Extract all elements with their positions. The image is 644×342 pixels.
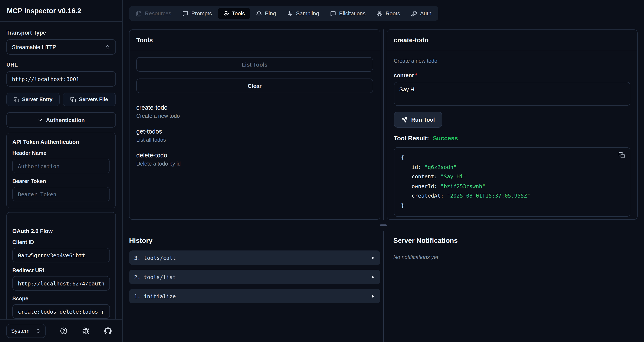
theme-select-value: System (11, 327, 30, 334)
app-window: MCP Inspector v0.16.2 Transport Type Str… (0, 0, 644, 342)
authentication-toggle[interactable]: Authentication (6, 112, 116, 128)
debug-button[interactable] (79, 324, 92, 337)
url-label: URL (6, 61, 116, 68)
chevron-down-icon (38, 117, 43, 123)
key-icon (411, 11, 417, 17)
main-area: Resources Prompts Tools Ping Sampling (123, 0, 644, 342)
app-title: MCP Inspector v0.16.2 (7, 7, 116, 15)
history-item-initialize[interactable]: 1. initialize (129, 289, 380, 303)
tab-sampling[interactable]: Sampling (282, 8, 324, 19)
json-open-brace: { (401, 153, 623, 162)
server-config-buttons: Server Entry Servers File (6, 93, 116, 106)
chevrons-up-down-icon (35, 328, 41, 333)
transport-type-select[interactable]: Streamable HTTP (6, 39, 116, 55)
json-line: ownerId: "bzif253zswnb" (401, 182, 623, 191)
bottom-panels: History 3. tools/call 2. tools/list (123, 231, 644, 342)
tool-detail-description: Create a new todo (394, 58, 630, 64)
header-name-input[interactable] (12, 159, 110, 173)
tab-roots[interactable]: Roots (372, 8, 405, 19)
help-circle-icon (60, 327, 67, 334)
tabbar-row: Resources Prompts Tools Ping Sampling (123, 0, 644, 21)
copy-result-button[interactable] (618, 152, 625, 158)
content-input[interactable]: Say Hi (394, 82, 630, 106)
tool-result-status: Success (433, 135, 458, 142)
copy-icon (618, 152, 625, 158)
files-icon (136, 11, 142, 17)
clear-button[interactable]: Clear (136, 79, 373, 93)
message-square-icon (330, 11, 336, 17)
history-item-tools-call[interactable]: 3. tools/call (129, 250, 380, 265)
history-panel: History 3. tools/call 2. tools/list (129, 231, 380, 342)
panel-resize-handle-vertical[interactable] (380, 30, 386, 220)
tab-tools[interactable]: Tools (218, 8, 250, 19)
bug-icon (82, 327, 89, 334)
sidebar-body: Transport Type Streamable HTTP URL Serve… (0, 22, 122, 319)
api-token-auth-panel: API Token Authentication Header Name Bea… (6, 133, 116, 208)
json-line: createdAt: "2025-08-01T15:37:05.955Z" (401, 191, 623, 201)
tools-panel: Tools List Tools Clear create-todo Creat… (129, 30, 380, 220)
top-panels: Tools List Tools Clear create-todo Creat… (123, 30, 644, 220)
client-id-input[interactable] (12, 248, 110, 262)
servers-file-button[interactable]: Servers File (62, 93, 116, 106)
json-close-brace: } (401, 201, 623, 210)
list-tools-button[interactable]: List Tools (136, 57, 373, 72)
tool-result-row: Tool Result: Success (394, 135, 630, 142)
tool-list-item-create-todo[interactable]: create-todo Create a new todo (136, 104, 373, 119)
required-marker: * (415, 72, 417, 79)
api-token-auth-title: API Token Authentication (12, 139, 110, 145)
sidebar: MCP Inspector v0.16.2 Transport Type Str… (0, 0, 123, 342)
tool-detail-body: Create a new todo content * Say Hi Run T… (387, 50, 637, 219)
json-line: content: "Say Hi" (401, 172, 623, 182)
bottom-resize-handle-vertical[interactable] (380, 231, 386, 342)
help-button[interactable] (57, 324, 70, 337)
copy-icon (14, 97, 19, 102)
redirect-url-input[interactable] (12, 276, 110, 291)
scope-input[interactable] (12, 304, 110, 319)
expand-triangle-icon (370, 275, 375, 279)
tools-panel-title: Tools (130, 30, 380, 50)
bearer-token-input[interactable] (12, 187, 110, 201)
notifications-panel: Server Notifications No notifications ye… (386, 231, 638, 342)
hash-icon (287, 11, 293, 17)
hammer-icon (223, 11, 229, 17)
github-icon (104, 327, 112, 334)
server-entry-button[interactable]: Server Entry (6, 93, 60, 106)
bell-icon (256, 11, 262, 17)
bearer-token-label: Bearer Token (12, 178, 110, 184)
message-square-icon (182, 11, 188, 17)
history-items: 3. tools/call 2. tools/list 1. initializ… (129, 250, 380, 303)
notifications-title: Server Notifications (393, 237, 638, 245)
tab-prompts[interactable]: Prompts (177, 8, 217, 19)
tab-auth[interactable]: Auth (406, 8, 437, 19)
expand-triangle-icon (370, 255, 375, 260)
network-icon (377, 11, 383, 17)
history-title: History (129, 237, 380, 245)
tab-resources: Resources (131, 8, 176, 19)
tool-list-item-delete-todo[interactable]: delete-todo Delete a todo by id (136, 152, 373, 167)
header-name-label: Header Name (12, 150, 110, 156)
history-item-tools-list[interactable]: 2. tools/list (129, 270, 380, 284)
tool-list-item-get-todos[interactable]: get-todos List all todos (136, 128, 373, 143)
panel-resize-handle-horizontal[interactable] (123, 220, 644, 231)
content-field-label: content * (394, 72, 630, 79)
theme-select[interactable]: System (6, 324, 46, 338)
tool-list: create-todo Create a new todo get-todos … (136, 104, 373, 167)
tools-panel-body: List Tools Clear create-todo Create a ne… (130, 50, 380, 219)
resize-grip-icon (380, 224, 387, 226)
sidebar-header: MCP Inspector v0.16.2 (0, 0, 122, 22)
notifications-empty-message: No notifications yet (393, 254, 638, 260)
chevrons-up-down-icon (105, 44, 110, 50)
redirect-url-label: Redirect URL (12, 268, 110, 273)
transport-type-value: Streamable HTTP (12, 44, 56, 50)
tab-elicitations[interactable]: Elicitations (325, 8, 370, 19)
json-line: id: "q6z2sodn" (401, 162, 623, 172)
tab-ping[interactable]: Ping (251, 8, 281, 19)
tool-result-label: Tool Result: (394, 135, 429, 142)
tool-detail-title: create-todo (387, 30, 637, 50)
client-id-label: Client ID (12, 239, 110, 245)
oauth-flow-title: OAuth 2.0 Flow (12, 228, 110, 234)
run-tool-button[interactable]: Run Tool (394, 112, 442, 128)
tabbar: Resources Prompts Tools Ping Sampling (129, 6, 438, 21)
url-input[interactable] (6, 71, 116, 87)
github-button[interactable] (101, 324, 114, 337)
